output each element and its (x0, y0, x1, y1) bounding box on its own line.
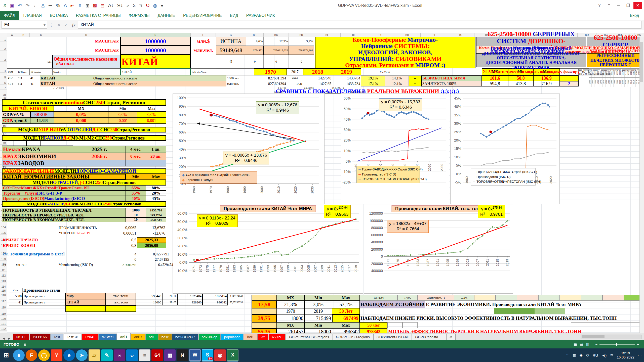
row-header-115[interactable]: 115 (0, 289, 7, 292)
cell[interactable]: 2019 (304, 308, 332, 314)
cell[interactable]: 0,00651 (108, 231, 137, 236)
cell[interactable]: ID Country (30, 68, 52, 75)
cell[interactable]: 715499 (304, 314, 332, 322)
chart-steel-tons-china[interactable]: Производство стали КИТАЙ. тыс. тонн12000… (364, 204, 513, 294)
pi-icon[interactable]: π (139, 3, 142, 8)
clock[interactable]: 15:1916.06.2022 (617, 351, 634, 360)
cell[interactable]: С/Х+Гор+Маш+ЖКХ+Строй+ТранспСвязь ISI (2, 185, 126, 191)
cell[interactable]: 0 (108, 257, 137, 262)
omega-icon[interactable]: Ω (146, 3, 149, 8)
cell[interactable]: Max (332, 322, 360, 328)
cell[interactable]: 2018 (303, 68, 332, 75)
sheet-tab-population[interactable]: population (221, 334, 244, 340)
chart-industry-shares-right[interactable]: 45%40%35%30%25%20%15%10%5%0%-5%196019701… (450, 94, 560, 204)
cell[interactable]: см. Точечная диаграмма в Excel (2, 251, 96, 257)
cell[interactable]: КИТАЙ (40, 75, 93, 81)
cell[interactable]: 80% (146, 185, 166, 191)
cell[interactable]: MX (277, 295, 304, 301)
sheet-tab-Test[interactable]: Test (50, 334, 63, 340)
cell[interactable]: млн.$ (191, 37, 216, 46)
find-icon[interactable]: ⌕ (127, 3, 129, 8)
cell[interactable]: 41 (9, 299, 23, 305)
cell[interactable]: 39,75 (252, 314, 277, 322)
cell[interactable]: 4 (108, 251, 137, 257)
cell[interactable]: МОДЕЛИ ОТРАСЛЕЙ Д-С СНС 250 Стран,Регион… (2, 180, 166, 185)
cell[interactable]: 14,1% (385, 75, 409, 81)
cell[interactable]: 53,1% (454, 295, 474, 301)
cell[interactable] (535, 308, 565, 314)
formula-input[interactable]: КИТАЙ (78, 21, 642, 29)
redo-icon[interactable]: ↷ (26, 3, 30, 9)
cell[interactable]: 10 (126, 217, 146, 222)
cell[interactable]: 0,1 (2, 262, 13, 268)
cell[interactable]: 0,3 (108, 243, 137, 248)
cell[interactable] (252, 322, 277, 328)
cell[interactable]: 594,8 (482, 81, 508, 86)
row-header-7[interactable]: 7 (0, 86, 7, 90)
row-header-109[interactable]: 109 (0, 257, 7, 261)
cell[interactable] (252, 308, 277, 314)
row-header-2[interactable]: 2 (0, 47, 7, 51)
volume-icon[interactable]: ◄) (601, 353, 607, 357)
sheet-tab-ГУЛАГ[interactable]: ГУЛАГ (82, 334, 99, 340)
sheet-tab-ind1[interactable]: ind1 (244, 334, 257, 340)
cell[interactable]: 3,0% (304, 301, 332, 308)
font-paint-icon[interactable]: A (64, 3, 67, 8)
cell[interactable]: 41 (30, 75, 40, 81)
view-normal-icon[interactable]: ▦ (574, 342, 577, 347)
notepad-icon[interactable]: ≡ (139, 349, 150, 361)
cell[interactable]: Мир (65, 293, 106, 299)
sheet-tab-⊕[interactable]: ⊕ (446, 334, 456, 340)
ribbon-tab-вид[interactable]: ВИД (226, 11, 242, 20)
row-header-104[interactable]: 104 (0, 226, 7, 229)
name-box-splitter[interactable]: ⋮ (49, 23, 53, 27)
sheet-tab-anl1r[interactable]: anl1r (131, 334, 145, 340)
cell[interactable]: Manufacturing (ISIC D) (58, 262, 108, 268)
sheet-tab-bd3-GDPPC[interactable]: bd3-GDPPC (172, 334, 198, 340)
cell[interactable]: 17,1% (361, 81, 385, 86)
cell[interactable] (26, 141, 40, 146)
cell[interactable]: 59149,648 (216, 46, 246, 55)
cell[interactable]: 2017 (287, 68, 303, 75)
cell[interactable]: Code (9, 288, 23, 293)
sort-az-icon[interactable]: А↓ (108, 3, 113, 8)
cell[interactable]: 6,472947459 (137, 262, 177, 268)
visual-studio-icon[interactable]: ∞ (114, 349, 125, 361)
cell[interactable]: 1970 (254, 68, 287, 75)
vertical-scrollbar[interactable] (639, 37, 644, 333)
cell[interactable]: 1427,65 (303, 81, 332, 86)
tab-scroll-right-icon[interactable]: ► (8, 336, 13, 340)
cell[interactable]: 18000 (136, 299, 162, 305)
cell[interactable]: 1421 (287, 81, 303, 86)
cell[interactable]: 50 Лет (332, 308, 360, 314)
cell[interactable]: 1970 (277, 308, 304, 314)
cell[interactable]: 10 (126, 213, 146, 217)
cell[interactable]: Общая численность населения - оба пола (52, 55, 120, 68)
cell[interactable]: КРАХ ЭКОНОМИКИ (2, 153, 73, 160)
cell[interactable]: IndicatorName (191, 68, 254, 75)
cell[interactable]: GDP, трлн.$ (2, 118, 30, 124)
sheet-tab-R2+b0[interactable]: R2+b0 (269, 334, 286, 340)
cell[interactable]: 2019 (332, 68, 361, 75)
cell[interactable]: Начало КРАХА (2, 146, 73, 153)
cell[interactable]: 2025 г. (73, 146, 126, 153)
undo-icon[interactable]: ↶ (18, 3, 22, 9)
cell[interactable]: 45% (146, 196, 166, 201)
row-header-114[interactable]: 114 (0, 285, 7, 288)
cell[interactable]: 1433,784 (146, 208, 166, 213)
cell[interactable]: 827,601394 (254, 81, 287, 86)
insert-cells-icon[interactable]: ⇤ (70, 3, 74, 9)
telegram-icon[interactable]: ➤ (76, 349, 88, 361)
cell[interactable]: 27,67195 (137, 257, 170, 262)
cell[interactable]: 1433,784 (332, 81, 361, 86)
row-header-5[interactable]: 5 (0, 76, 7, 79)
cell[interactable]: 0,4277791 (137, 251, 170, 257)
macro-record-icon[interactable]: ◙ (24, 342, 26, 346)
sign-in-link[interactable]: Вход (630, 13, 644, 18)
cell[interactable]: КРАХ ЗАВОДОВ (2, 160, 73, 166)
cell[interactable]: MX (277, 322, 304, 328)
cell[interactable]: 18000 (277, 314, 304, 322)
cell[interactable]: 41-5 (7, 81, 17, 86)
aida64-icon[interactable]: 64 (151, 349, 163, 361)
cell[interactable]: 50 Лет (360, 322, 387, 328)
